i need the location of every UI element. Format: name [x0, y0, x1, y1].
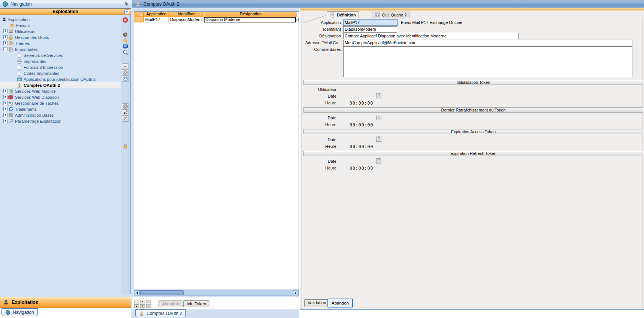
- tree-item-label: Favoris: [16, 22, 30, 28]
- tree-item[interactable]: Codes Imprimantes: [0, 70, 121, 76]
- tree-item[interactable]: +Gestionnaire de Tâches: [0, 100, 121, 106]
- cursor-arrow-icon[interactable]: [122, 109, 129, 116]
- tree-item[interactable]: Imprimantes: [0, 58, 121, 64]
- search-icon[interactable]: [122, 49, 129, 56]
- web-diapason-icon: [8, 95, 13, 100]
- column-header-identifiant[interactable]: Identifiant: [169, 12, 204, 17]
- padlock-icon[interactable]: [122, 143, 129, 149]
- record-next-icon[interactable]: ►: [140, 300, 145, 303]
- zoom-z1-icon[interactable]: Z1: [122, 75, 129, 82]
- detail-accent-bar: [300, 8, 644, 10]
- scrollbar-thumb[interactable]: [140, 290, 184, 295]
- date-help-button[interactable]: ?: [376, 115, 381, 120]
- up-arrow-icon[interactable]: [122, 103, 129, 110]
- favorite-star-icon[interactable]: [122, 37, 129, 44]
- date-label: Date: [300, 137, 336, 142]
- designation-field[interactable]: Compte Applicatif Diapason avec identifi…: [343, 33, 518, 39]
- tree-item-label: Traitements: [15, 106, 37, 112]
- tree-item[interactable]: +Traitements: [0, 106, 121, 112]
- pin-icon[interactable]: [124, 1, 129, 7]
- identifiant-field[interactable]: DiapasonModern: [343, 26, 397, 33]
- accounts-grid-panel: Application Identifiant Désignation Mail…: [132, 8, 299, 318]
- tree-item[interactable]: Exploitation: [0, 16, 121, 22]
- tab-definition[interactable]: Définition: [327, 11, 359, 18]
- expand-toggle-icon[interactable]: -: [3, 47, 7, 51]
- tree-item[interactable]: Applications pour identification OAuth 2: [0, 76, 121, 82]
- record-down-icon[interactable]: ▼: [140, 304, 145, 308]
- expand-toggle-icon[interactable]: +: [3, 41, 7, 45]
- tree-item[interactable]: -Imprimantes: [0, 46, 121, 52]
- scroll-right-icon[interactable]: [293, 290, 299, 295]
- scroll-left-icon[interactable]: [134, 290, 140, 295]
- tree-item-label: Utilisateurs: [15, 28, 35, 34]
- page-icon: [17, 65, 22, 70]
- table-row[interactable]: MailP17 DiapasonModern Diapason Moderne …: [134, 17, 299, 22]
- collapse-panel-button[interactable]: »: [124, 9, 129, 14]
- text-cursor: [360, 20, 360, 24]
- tree-item[interactable]: +Administration Bases: [0, 112, 121, 118]
- cell-identifiant[interactable]: DiapasonModern: [169, 17, 203, 22]
- tree-item[interactable]: Formats d'Impression: [0, 64, 121, 70]
- abandon-button[interactable]: Abandon: [327, 299, 353, 308]
- lock-icon: [8, 35, 13, 40]
- tree-item[interactable]: Serveurs de Services: [0, 52, 121, 58]
- tree-item[interactable]: +Paramétrage Exploitation: [0, 118, 121, 124]
- expand-toggle-icon[interactable]: +: [3, 119, 7, 123]
- cell-designation-editing[interactable]: Diapason Moderne: [204, 17, 296, 22]
- date-help-button[interactable]: ?: [376, 158, 381, 163]
- column-header-designation[interactable]: Désignation: [204, 12, 297, 17]
- application-field[interactable]: MailP17: [343, 19, 398, 26]
- tree-item-label: Comptes OAuth 2: [24, 82, 60, 88]
- tree-item[interactable]: +Thèmes: [0, 40, 121, 46]
- gear-icon[interactable]: [122, 31, 129, 38]
- screen-icon[interactable]: [122, 43, 129, 50]
- cancel-icon[interactable]: [122, 17, 129, 23]
- tree-item-label: Exploitation: [8, 16, 30, 22]
- tree-item[interactable]: Comptes OAuth 2: [0, 82, 121, 88]
- horizontal-scrollbar[interactable]: [134, 290, 299, 296]
- palette-icon: [8, 41, 13, 46]
- expand-toggle-icon[interactable]: +: [3, 95, 7, 99]
- validation-button[interactable]: Validation: [304, 299, 330, 307]
- designation-label: Désignation: [300, 34, 341, 38]
- cell-overflow[interactable]: d: [296, 17, 299, 22]
- tab-qui-quand[interactable]: Qui, Quand ?: [372, 12, 409, 18]
- table-icon: [17, 77, 22, 82]
- record-up-icon[interactable]: ▲: [134, 304, 139, 308]
- date-help-button[interactable]: ?: [376, 93, 381, 98]
- abandon-grid-button[interactable]: Abandon: [158, 300, 182, 307]
- tab-navigation[interactable]: Navigation: [1, 308, 38, 316]
- adresse-email-field[interactable]: MonCompteApplicatif@MaSociete.com: [343, 40, 632, 46]
- expand-toggle-icon[interactable]: +: [3, 113, 7, 117]
- date-help-button[interactable]: ?: [376, 137, 381, 142]
- up-arrow-disabled-icon[interactable]: [122, 69, 129, 76]
- init-token-button[interactable]: Init. Token: [183, 300, 209, 307]
- person-icon: [139, 311, 144, 316]
- panel-splitter[interactable]: ·····: [0, 294, 131, 297]
- tree-item[interactable]: +Gestion des Droits: [0, 34, 121, 40]
- delete-cross-icon[interactable]: [122, 115, 129, 122]
- expand-toggle-icon[interactable]: +: [3, 35, 7, 39]
- expand-toggle-icon[interactable]: +: [3, 101, 7, 105]
- tree-item[interactable]: +Services Web Diapason: [0, 94, 121, 100]
- column-header-application[interactable]: Application: [144, 12, 169, 17]
- tree-item[interactable]: +Services Web Mobilité: [0, 88, 121, 94]
- record-blank-button[interactable]: [134, 300, 139, 303]
- panel-title: Navigation: [10, 1, 124, 7]
- svg-text:Z1: Z1: [124, 77, 127, 80]
- tree-item-label: Applications pour identification OAuth 2: [24, 76, 96, 82]
- cell-application[interactable]: MailP17: [144, 17, 169, 22]
- expand-toggle-icon[interactable]: +: [3, 107, 7, 111]
- expand-toggle-icon[interactable]: +: [3, 89, 7, 93]
- exploitation-bottom-bar[interactable]: Exploitation: [0, 297, 131, 308]
- expand-toggle-icon[interactable]: +: [3, 29, 7, 33]
- commentaires-textarea[interactable]: [343, 46, 632, 77]
- tree-item[interactable]: Favoris: [0, 22, 121, 28]
- collapse-left-icon[interactable]: «: [122, 63, 129, 70]
- history-icon: [375, 12, 380, 18]
- tree-item[interactable]: +Utilisateurs: [0, 28, 121, 34]
- row-selector-cell[interactable]: [134, 17, 144, 22]
- heure-value: 00:00:00: [350, 122, 373, 128]
- tab-comptes-oauth2[interactable]: Comptes OAuth 2: [135, 309, 186, 317]
- select-all-header[interactable]: [134, 12, 144, 17]
